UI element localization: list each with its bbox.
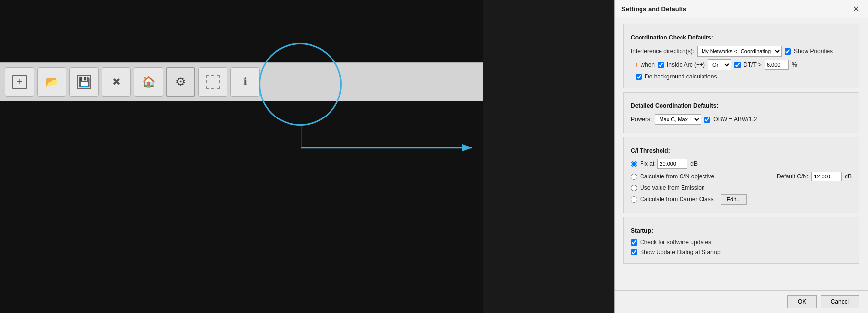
dialog-title: Settings and Defaults bbox=[621, 5, 686, 13]
check-updates-row: Check for software updates bbox=[631, 239, 852, 246]
powers-row: Powers: Max C, Max I Min C, Max I Max C,… bbox=[631, 114, 852, 125]
fix-at-row: Fix at dB bbox=[631, 159, 852, 169]
obw-label: OBW = ABW/1.2 bbox=[713, 116, 757, 123]
ok-button[interactable]: OK bbox=[787, 295, 817, 308]
close-icon: ✖ bbox=[112, 76, 121, 88]
when-row: ! when Inside Arc (++) Or And DT/T > % bbox=[636, 59, 852, 70]
interference-direction-label: Interference direction(s): bbox=[631, 48, 694, 55]
cn-objective-row: Calculate from C/N objective Default C/N… bbox=[631, 172, 852, 181]
save-icon: 💾 bbox=[77, 75, 91, 89]
settings-dialog: Settings and Defaults ✕ Coordination Che… bbox=[614, 0, 868, 313]
edit-button[interactable]: Edit... bbox=[721, 194, 747, 205]
bg-calc-row: Do background calculations bbox=[636, 73, 852, 80]
cn-radio[interactable] bbox=[631, 174, 637, 180]
cn-label: Calculate from C/N objective bbox=[640, 173, 714, 180]
or-and-select[interactable]: Or And bbox=[708, 59, 731, 70]
open-icon: 📂 bbox=[45, 76, 59, 88]
show-priorities-label: Show Priorities bbox=[794, 48, 833, 55]
dt-checkbox[interactable] bbox=[734, 62, 741, 68]
background-top bbox=[0, 0, 483, 62]
when-label: when bbox=[641, 61, 655, 68]
carrier-class-label: Calculate from Carrier Class bbox=[640, 196, 714, 203]
default-cn-unit: dB bbox=[845, 173, 852, 180]
interference-direction-row: Interference direction(s): My Networks <… bbox=[631, 46, 852, 57]
detailed-coordination-title: Detailed Coordination Defaults: bbox=[631, 102, 852, 109]
default-cn-input[interactable] bbox=[811, 172, 842, 181]
dt-value-input[interactable] bbox=[765, 60, 789, 70]
coordination-check-title: Coordination Check Defaults: bbox=[631, 34, 852, 41]
emission-row: Use value from Emission bbox=[631, 184, 852, 191]
close-button[interactable]: ✖ bbox=[102, 67, 131, 97]
powers-label: Powers: bbox=[631, 116, 652, 123]
powers-select[interactable]: Max C, Max I Min C, Max I Max C, Min I bbox=[655, 114, 701, 125]
fix-at-radio[interactable] bbox=[631, 161, 637, 167]
default-cn-label: Default C/N: bbox=[777, 173, 808, 180]
select-button[interactable] bbox=[198, 67, 227, 97]
emission-radio[interactable] bbox=[631, 185, 637, 191]
dialog-close-button[interactable]: ✕ bbox=[851, 4, 861, 14]
coordination-check-section: Coordination Check Defaults: Interferenc… bbox=[623, 24, 859, 88]
open-button[interactable]: 📂 bbox=[37, 67, 66, 97]
inside-arc-checkbox[interactable] bbox=[658, 62, 664, 68]
carrier-class-radio[interactable] bbox=[631, 196, 637, 203]
dialog-body: Coordination Check Defaults: Interferenc… bbox=[615, 18, 868, 290]
info-icon: ℹ bbox=[243, 76, 247, 88]
bg-calc-checkbox[interactable] bbox=[636, 74, 642, 80]
startup-section: Startup: Check for software updates Show… bbox=[623, 217, 859, 264]
gear-icon: ⚙ bbox=[175, 75, 186, 89]
settings-button[interactable]: ⚙ bbox=[166, 67, 195, 97]
check-updates-label: Check for software updates bbox=[640, 239, 711, 246]
interference-direction-select[interactable]: My Networks <- Coordinating Coordinating… bbox=[697, 46, 782, 57]
new-icon: + bbox=[12, 75, 27, 89]
info-button[interactable]: ℹ bbox=[230, 67, 260, 97]
obw-checkbox[interactable] bbox=[704, 117, 710, 123]
background-bottom bbox=[0, 101, 483, 313]
inside-arc-label: Inside Arc (++) bbox=[667, 61, 705, 68]
startup-title: Startup: bbox=[631, 227, 852, 234]
fix-at-unit: dB bbox=[690, 160, 698, 167]
dt-label: DT/T > bbox=[744, 61, 762, 68]
show-priorities-checkbox[interactable] bbox=[785, 48, 791, 55]
show-dialog-checkbox[interactable] bbox=[631, 249, 637, 255]
carrier-class-row: Calculate from Carrier Class Edit... bbox=[631, 194, 852, 205]
select-icon bbox=[206, 75, 220, 89]
fix-at-label: Fix at bbox=[640, 160, 654, 167]
show-dialog-label: Show Update Dialog at Startup bbox=[640, 249, 721, 255]
dt-unit: % bbox=[792, 61, 797, 68]
ci-threshold-section: C/I Threshold: Fix at dB Calculate from … bbox=[623, 137, 859, 213]
warning-icon: ! bbox=[636, 61, 638, 69]
fix-at-value-input[interactable] bbox=[657, 159, 687, 169]
emission-label: Use value from Emission bbox=[640, 184, 705, 191]
home-icon: 🏠 bbox=[142, 76, 155, 88]
home-button[interactable]: 🏠 bbox=[134, 67, 163, 97]
toolbar: + 📂 💾 ✖ 🏠 ⚙ ℹ bbox=[0, 62, 483, 101]
dialog-footer: OK Cancel bbox=[615, 290, 868, 313]
save-button[interactable]: 💾 bbox=[69, 67, 99, 97]
detailed-coordination-section: Detailed Coordination Defaults: Powers: … bbox=[623, 92, 859, 133]
show-dialog-row: Show Update Dialog at Startup bbox=[631, 249, 852, 255]
ci-threshold-title: C/I Threshold: bbox=[631, 147, 852, 154]
new-button[interactable]: + bbox=[5, 67, 34, 97]
dialog-titlebar: Settings and Defaults ✕ bbox=[615, 0, 868, 18]
cancel-button[interactable]: Cancel bbox=[821, 295, 859, 308]
check-updates-checkbox[interactable] bbox=[631, 239, 637, 246]
bg-calc-label: Do background calculations bbox=[645, 73, 717, 80]
